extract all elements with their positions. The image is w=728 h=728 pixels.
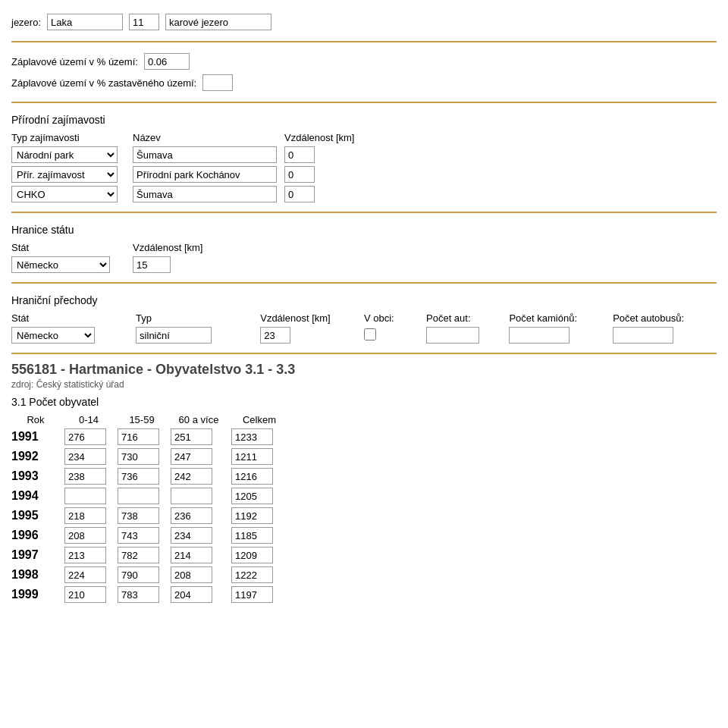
pop-celkem-input[interactable]: [231, 488, 273, 504]
pop-celkem-input[interactable]: [231, 566, 273, 583]
pop-60-cell[interactable]: [171, 506, 231, 526]
pop-15-59-cell[interactable]: [118, 545, 171, 565]
pop-celkem-cell[interactable]: [231, 427, 292, 447]
hp-v-obci-cell[interactable]: [364, 325, 426, 345]
pop-0-14-input[interactable]: [64, 586, 106, 603]
pop-60-input[interactable]: [171, 566, 212, 583]
prirodni-vzdalenost-input[interactable]: [284, 146, 315, 163]
pop-15-59-cell[interactable]: [118, 506, 171, 526]
jezero-number-input[interactable]: [129, 14, 159, 30]
prirodni-typ-select[interactable]: Národní park: [11, 146, 118, 163]
pop-60-input[interactable]: [171, 547, 212, 563]
pop-15-59-cell[interactable]: [118, 565, 171, 585]
pop-15-59-cell[interactable]: [118, 466, 171, 486]
pop-15-59-cell[interactable]: [118, 447, 171, 466]
pop-60-cell[interactable]: [171, 427, 231, 447]
pop-celkem-cell[interactable]: [231, 486, 292, 506]
prirodni-nazev-input[interactable]: [133, 166, 277, 183]
prirodni-nazev-cell[interactable]: [133, 184, 284, 204]
pop-celkem-input[interactable]: [231, 507, 273, 524]
pop-60-cell[interactable]: [171, 466, 231, 486]
prirodni-typ-cell[interactable]: Přír. zajímavost: [11, 165, 133, 184]
pop-celkem-input[interactable]: [231, 448, 273, 465]
hp-pocet-kamionu-input[interactable]: [509, 327, 570, 344]
pop-celkem-cell[interactable]: [231, 545, 292, 565]
pop-60-cell[interactable]: [171, 585, 231, 604]
pop-celkem-cell[interactable]: [231, 526, 292, 545]
prirodni-vzdalenost-cell[interactable]: [284, 145, 359, 165]
pop-celkem-cell[interactable]: [231, 447, 292, 466]
pop-0-14-cell[interactable]: [64, 526, 118, 545]
pop-0-14-cell[interactable]: [64, 447, 118, 466]
pop-15-59-cell[interactable]: [118, 427, 171, 447]
hs-stat-cell[interactable]: Německo: [11, 255, 133, 275]
pop-60-input[interactable]: [171, 428, 212, 445]
prirodni-vzdalenost-input[interactable]: [284, 186, 315, 202]
pop-celkem-cell[interactable]: [231, 565, 292, 585]
hs-vzdalenost-cell[interactable]: [133, 255, 208, 275]
prirodni-nazev-input[interactable]: [133, 186, 277, 202]
prirodni-vzdalenost-cell[interactable]: [284, 165, 359, 184]
pop-0-14-input[interactable]: [64, 488, 106, 504]
pop-15-59-input[interactable]: [118, 566, 159, 583]
pop-15-59-input[interactable]: [118, 586, 159, 603]
hs-vzdalenost-input[interactable]: [133, 256, 171, 273]
pop-celkem-input[interactable]: [231, 428, 273, 445]
pop-celkem-input[interactable]: [231, 547, 273, 563]
pop-0-14-input[interactable]: [64, 527, 106, 544]
pop-0-14-input[interactable]: [64, 566, 106, 583]
pop-15-59-input[interactable]: [118, 507, 159, 524]
pop-15-59-cell[interactable]: [118, 486, 171, 506]
pop-0-14-input[interactable]: [64, 547, 106, 563]
pop-60-input[interactable]: [171, 527, 212, 544]
pop-celkem-input[interactable]: [231, 586, 273, 603]
prirodni-nazev-cell[interactable]: [133, 165, 284, 184]
hp-pocet-aut-input[interactable]: [426, 327, 479, 344]
pop-60-cell[interactable]: [171, 545, 231, 565]
pop-60-cell[interactable]: [171, 565, 231, 585]
pop-0-14-cell[interactable]: [64, 427, 118, 447]
pop-15-59-input[interactable]: [118, 488, 159, 504]
hp-pocet-autobusu-cell[interactable]: [613, 325, 717, 345]
pop-60-input[interactable]: [171, 468, 212, 485]
pop-0-14-cell[interactable]: [64, 585, 118, 604]
pop-0-14-cell[interactable]: [64, 506, 118, 526]
pop-15-59-cell[interactable]: [118, 526, 171, 545]
hp-pocet-kamionu-cell[interactable]: [509, 325, 613, 345]
pop-celkem-cell[interactable]: [231, 466, 292, 486]
prirodni-typ-select[interactable]: Přír. zajímavost: [11, 166, 118, 183]
zaplavove-value2-input[interactable]: [202, 74, 233, 91]
jezero-name-input[interactable]: [47, 14, 123, 30]
pop-15-59-input[interactable]: [118, 547, 159, 563]
pop-0-14-cell[interactable]: [64, 545, 118, 565]
hp-stat-select[interactable]: Německo: [11, 327, 95, 344]
zaplavove-value1-input[interactable]: [144, 53, 190, 70]
jezero-type-input[interactable]: [165, 14, 271, 30]
hp-stat-cell[interactable]: Německo: [11, 325, 136, 345]
hp-typ-input[interactable]: [136, 327, 212, 344]
prirodni-vzdalenost-cell[interactable]: [284, 184, 359, 204]
prirodni-nazev-input[interactable]: [133, 146, 277, 163]
prirodni-typ-cell[interactable]: CHKO: [11, 184, 133, 204]
pop-60-input[interactable]: [171, 448, 212, 465]
pop-0-14-cell[interactable]: [64, 466, 118, 486]
hp-v-obci-checkbox[interactable]: [364, 328, 376, 340]
pop-0-14-input[interactable]: [64, 468, 106, 485]
pop-0-14-cell[interactable]: [64, 486, 118, 506]
prirodni-nazev-cell[interactable]: [133, 145, 284, 165]
pop-celkem-input[interactable]: [231, 527, 273, 544]
hp-vzdalenost-cell[interactable]: [260, 325, 364, 345]
hp-typ-cell[interactable]: [136, 325, 260, 345]
pop-15-59-input[interactable]: [118, 468, 159, 485]
prirodni-vzdalenost-input[interactable]: [284, 166, 315, 183]
prirodni-typ-select[interactable]: CHKO: [11, 186, 118, 202]
pop-60-cell[interactable]: [171, 447, 231, 466]
prirodni-typ-cell[interactable]: Národní park: [11, 145, 133, 165]
pop-celkem-cell[interactable]: [231, 585, 292, 604]
pop-15-59-input[interactable]: [118, 448, 159, 465]
pop-0-14-cell[interactable]: [64, 565, 118, 585]
pop-60-cell[interactable]: [171, 526, 231, 545]
pop-0-14-input[interactable]: [64, 428, 106, 445]
pop-60-input[interactable]: [171, 488, 212, 504]
hs-stat-select[interactable]: Německo: [11, 256, 110, 273]
